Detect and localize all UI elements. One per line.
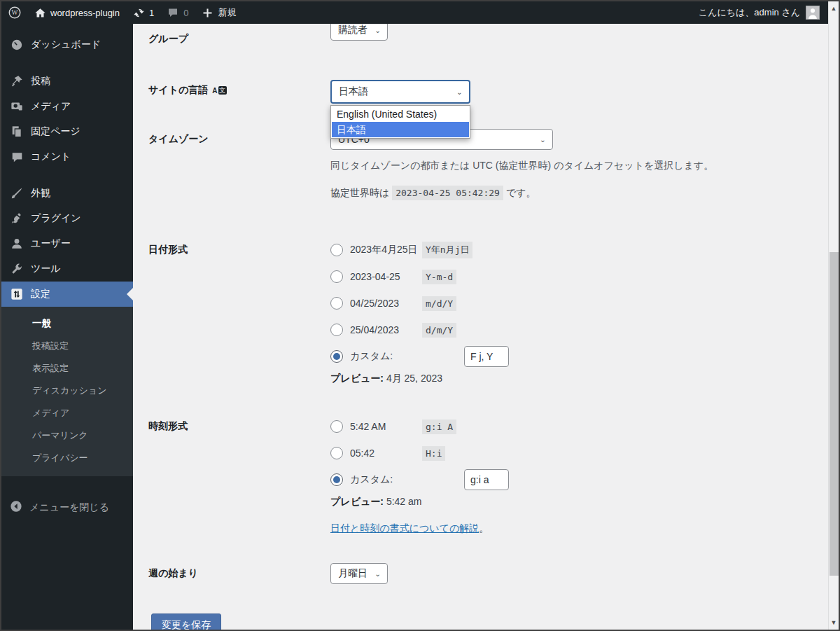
submenu-item-reading[interactable]: 表示設定 <box>1 357 133 380</box>
avatar[interactable] <box>806 6 820 20</box>
date-format-label: 日付形式 <box>148 240 330 385</box>
comments-icon <box>10 150 24 164</box>
radio-unchecked[interactable] <box>330 420 343 433</box>
sidebar-item-tools[interactable]: ツール <box>1 256 133 282</box>
date-format-custom-option[interactable]: カスタム: <box>330 346 828 367</box>
week-start-row: 週の始まり 月曜日 ⌄ <box>148 563 828 584</box>
comment-icon <box>167 6 179 19</box>
sidebar-item-media[interactable]: メディア <box>1 94 133 119</box>
submenu-item-discussion[interactable]: ディスカッション <box>1 380 133 402</box>
sidebar-item-label: 固定ページ <box>31 125 80 138</box>
language-row: サイトの言語 A文 日本語 ⌄ English (United States) … <box>148 80 828 104</box>
time-example: 5:42 AM <box>350 421 422 432</box>
site-link[interactable]: wordpress-plugin <box>34 6 120 19</box>
date-format-option-1[interactable]: 2023年4月25日 Y年n月j日 <box>330 240 828 261</box>
time-example: 05:42 <box>350 448 422 459</box>
sidebar-item-plugins[interactable]: プラグイン <box>1 206 133 231</box>
language-select[interactable]: 日本語 ⌄ <box>330 80 470 104</box>
submenu-item-media[interactable]: メディア <box>1 402 133 424</box>
radio-checked[interactable] <box>330 350 343 363</box>
timezone-row: タイムゾーン UTC+0 ⌄ 同じタイムゾーンの都市または UTC (協定世界時… <box>148 129 828 200</box>
new-content-link[interactable]: 新規 <box>201 6 236 19</box>
wordpress-logo[interactable]: W <box>8 6 21 19</box>
sidebar-item-appearance[interactable]: 外観 <box>1 181 133 206</box>
browser-window: ▲ ▼ W wordpress-plugin <box>0 0 840 631</box>
time-format-option-2[interactable]: 05:42 H:i <box>330 443 828 464</box>
users-icon <box>10 237 24 251</box>
date-format-option-2[interactable]: 2023-04-25 Y-m-d <box>330 266 828 287</box>
site-name: wordpress-plugin <box>50 8 120 18</box>
week-start-select[interactable]: 月曜日 ⌄ <box>330 563 388 584</box>
utc-suffix: です。 <box>506 187 536 198</box>
submenu-item-privacy[interactable]: プライバシー <box>1 447 133 469</box>
datetime-format-doc-link[interactable]: 日付と時刻の書式についての解説 <box>330 522 479 534</box>
svg-text:W: W <box>12 9 18 16</box>
sidebar-item-label: コメント <box>31 151 71 163</box>
time-format-label: 時刻形式 <box>148 416 330 535</box>
submenu-item-permalinks[interactable]: パーマリンク <box>1 424 133 447</box>
utc-time-line: 協定世界時は 2023-04-25 05:42:29 です。 <box>330 187 828 200</box>
date-format-option-3[interactable]: 04/25/2023 m/d/Y <box>330 293 828 314</box>
timezone-description: 同じタイムゾーンの都市または UTC (協定世界時) のタイムオフセットを選択し… <box>330 160 828 172</box>
language-dropdown-list: English (United States) 日本語 <box>330 105 470 139</box>
sidebar-item-posts[interactable]: 投稿 <box>1 69 133 94</box>
group-label: グループ <box>148 24 330 46</box>
language-label-cell: サイトの言語 A文 <box>148 80 330 104</box>
date-format-option-4[interactable]: 25/04/2023 d/m/Y <box>330 319 828 340</box>
group-select-value: 購読者 <box>338 24 368 36</box>
date-format-custom-input[interactable] <box>464 346 509 367</box>
week-start-label: 週の始まり <box>148 563 330 584</box>
sidebar-item-label: 設定 <box>31 288 50 300</box>
body: ダッシュボード 投稿 メディア <box>1 24 828 630</box>
chevron-down-icon: ⌄ <box>540 135 546 144</box>
radio-unchecked[interactable] <box>330 447 343 459</box>
update-count: 1 <box>149 8 154 18</box>
preview-label: プレビュー: <box>330 496 384 507</box>
radio-unchecked[interactable] <box>330 324 343 336</box>
radio-unchecked[interactable] <box>330 270 343 283</box>
new-label: 新規 <box>218 6 236 19</box>
updates-link[interactable]: 1 <box>132 6 154 19</box>
settings-icon <box>10 287 24 301</box>
greeting-text[interactable]: こんにちは、admin さん <box>699 6 800 19</box>
language-option-japanese[interactable]: 日本語 <box>332 122 469 137</box>
translation-icon: A文 <box>212 86 226 95</box>
week-start-value: 月曜日 <box>338 567 368 580</box>
scroll-down-icon[interactable]: ▼ <box>829 617 839 628</box>
group-select[interactable]: 購読者 ⌄ <box>330 24 388 41</box>
scroll-up-icon[interactable]: ▲ <box>829 3 839 14</box>
sidebar-item-pages[interactable]: 固定ページ <box>1 119 133 144</box>
language-option-english[interactable]: English (United States) <box>332 106 469 122</box>
scrollbar-thumb[interactable] <box>830 252 839 576</box>
pin-icon <box>10 74 24 88</box>
language-select-value: 日本語 <box>339 85 368 98</box>
time-format-custom-input[interactable] <box>464 469 509 490</box>
sidebar-item-users[interactable]: ユーザー <box>1 231 133 256</box>
vertical-scrollbar[interactable]: ▲ ▼ <box>828 1 839 630</box>
time-format-option-1[interactable]: 5:42 AM g:i A <box>330 416 828 437</box>
doc-link-line: 日付と時刻の書式についての解説。 <box>330 522 828 535</box>
date-code: d/m/Y <box>422 323 456 338</box>
save-changes-button[interactable]: 変更を保存 <box>151 613 221 630</box>
comment-count: 0 <box>183 8 188 18</box>
dashboard-icon <box>10 38 24 52</box>
sidebar-item-comments[interactable]: コメント <box>1 144 133 169</box>
submenu-item-writing[interactable]: 投稿設定 <box>1 335 133 357</box>
time-format-row: 時刻形式 5:42 AM g:i A 05:42 H:i <box>148 416 828 535</box>
collapse-menu-button[interactable]: メニューを閉じる <box>1 493 133 522</box>
utc-prefix: 協定世界時は <box>330 187 389 198</box>
comments-link[interactable]: 0 <box>167 6 188 19</box>
settings-form: グループ 購読者 ⌄ サイトの言語 A文 <box>133 24 828 630</box>
collapse-arrow-icon <box>10 500 22 515</box>
submenu-item-general[interactable]: 一般 <box>1 312 133 335</box>
doc-link-suffix: 。 <box>479 522 489 534</box>
radio-unchecked[interactable] <box>330 297 343 310</box>
time-format-custom-option[interactable]: カスタム: <box>330 469 828 490</box>
sidebar-item-dashboard[interactable]: ダッシュボード <box>1 32 133 57</box>
time-preview: プレビュー: 5:42 am <box>330 496 828 508</box>
admin-bar: W wordpress-plugin 1 <box>1 1 828 24</box>
radio-unchecked[interactable] <box>330 244 343 256</box>
sidebar-item-settings[interactable]: 設定 <box>1 282 133 307</box>
date-code: Y年n月j日 <box>422 242 472 258</box>
radio-checked[interactable] <box>330 473 343 486</box>
